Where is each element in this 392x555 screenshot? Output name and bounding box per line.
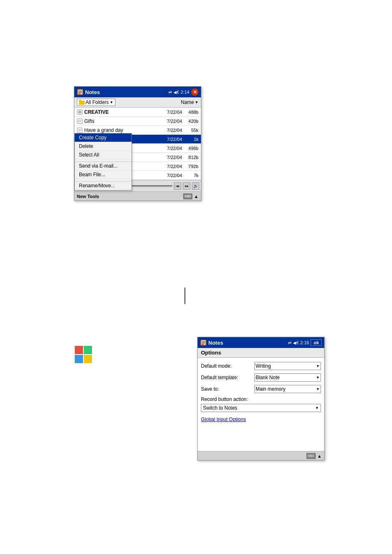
default-template-arrow-icon: ▼ [316, 375, 320, 380]
options-window-title: Notes [208, 340, 223, 346]
note-row-gifts[interactable]: Gifts 7/22/04 420b [74, 117, 201, 126]
folder-icon [79, 100, 85, 105]
global-input-options-link[interactable]: Global Input Options [201, 416, 321, 422]
note-date-note1: 7/22/04 [157, 137, 182, 142]
save-to-select[interactable]: Main memory ▼ [254, 385, 321, 393]
keyboard-toggle[interactable]: KBD [183, 193, 192, 199]
all-folders-button[interactable]: All Folders ▼ [77, 99, 115, 106]
folder-arrow-icon: ▼ [110, 100, 113, 104]
default-template-row: Default template: Blank Note ▼ [201, 373, 321, 382]
svg-rect-26 [75, 346, 83, 354]
name-sort-button[interactable]: Name ▼ [181, 99, 198, 105]
arrow-up-icon[interactable]: ▲ [194, 194, 198, 199]
options-bottom-bar: KBD ▲ [198, 451, 324, 460]
note-size-grandday: 55k [182, 128, 198, 133]
note-name-creative: CREATIVE [84, 109, 157, 115]
name-sort-arrow-icon: ▼ [195, 100, 198, 104]
record-action-section: Record button action: Switch to Notes ▼ [201, 396, 321, 412]
note-date-grandday: 7/22/04 [157, 128, 182, 133]
note-size-6: 812b [182, 155, 198, 160]
close-icon: ✕ [193, 90, 197, 95]
options-titlebar-right: ⇄ ◀€ 2:16 ok [288, 339, 322, 346]
options-signal-icon: ⇄ [288, 341, 291, 345]
note-name-gifts: Gifts [84, 118, 157, 124]
cursor-indicator [184, 288, 185, 304]
ctx-send-email[interactable]: Send via E-mail... [75, 162, 131, 170]
options-keyboard-label: KBD [308, 454, 314, 457]
ok-button[interactable]: ok [311, 339, 322, 346]
ctx-beam-file[interactable]: Beam File... [75, 170, 131, 179]
pda-app-icon-area [74, 345, 93, 365]
signal-icon: ⇄ [168, 90, 172, 94]
keyboard-icon-label: KBD [185, 195, 191, 198]
note-size-7: 792b [182, 164, 198, 169]
context-menu: Create Copy Delete Select All Send via E… [74, 133, 132, 191]
volume-button[interactable]: 🔊 [192, 182, 199, 190]
ctx-create-copy[interactable]: Create Copy [75, 134, 131, 142]
volume-icon: ◀€ [173, 90, 179, 94]
options-window: Notes ⇄ ◀€ 2:16 ok Options Default mode:… [197, 337, 325, 461]
ctx-select-all[interactable]: Select All [75, 151, 131, 159]
note-date-8: 7/22/04 [157, 173, 182, 178]
options-window-area: Notes ⇄ ◀€ 2:16 ok Options Default mode:… [197, 337, 325, 461]
options-time-display: 2:16 [300, 340, 309, 345]
default-mode-row: Default mode: Writing ▼ [201, 362, 321, 370]
record-action-select[interactable]: Switch to Notes ▼ [201, 404, 321, 412]
skip-fwd-button[interactable]: ⏭ [183, 182, 190, 190]
audio-note-icon [77, 109, 83, 115]
default-template-label: Default template: [201, 375, 254, 380]
note-size-8: 7k [182, 173, 198, 178]
options-body: Default mode: Writing ▼ Default template… [198, 358, 324, 451]
options-keyboard-toggle[interactable]: KBD [307, 453, 316, 459]
ctx-rename-move[interactable]: Rename/Move... [75, 182, 131, 190]
ok-label: ok [314, 340, 319, 345]
options-header: Options [198, 348, 324, 358]
options-titlebar-left: Notes [200, 339, 223, 346]
note-icon-gifts [77, 118, 83, 124]
notes-options-app-icon [200, 339, 207, 346]
notes-list-window: Notes ⇄ ◀€ 2:14 ✕ All Folders ▼ [74, 86, 201, 201]
svg-rect-29 [84, 355, 92, 363]
default-mode-arrow-icon: ▼ [316, 364, 320, 368]
default-mode-value: Writing [256, 363, 271, 369]
titlebar-right: ⇄ ◀€ 2:14 ✕ [168, 88, 198, 96]
note-icon-grandday [77, 127, 83, 133]
options-spacer [201, 422, 321, 447]
ctx-delete[interactable]: Delete [75, 142, 131, 151]
svg-point-9 [79, 112, 80, 113]
global-input-link-text: Global Input Options [201, 417, 246, 422]
default-mode-select[interactable]: Writing ▼ [254, 362, 321, 370]
note-date-7: 7/22/04 [157, 164, 182, 169]
pda-icon[interactable] [74, 345, 93, 364]
options-volume-icon: ◀€ [293, 341, 299, 345]
note-date-5: 7/22/04 [157, 146, 182, 151]
default-mode-label: Default mode: [201, 363, 254, 369]
svg-rect-6 [79, 100, 81, 101]
note-row-creative[interactable]: CREATIVE 7/22/04 488b [74, 108, 201, 117]
options-titlebar: Notes ⇄ ◀€ 2:16 ok [198, 337, 324, 348]
save-to-arrow-icon: ▼ [316, 387, 320, 391]
note-date-creative: 7/22/04 [157, 110, 182, 115]
save-to-value: Main memory [256, 386, 286, 392]
titlebar-left: Notes [77, 89, 100, 95]
note-size-creative: 488b [182, 110, 198, 115]
speaker-icon: 🔊 [193, 184, 198, 188]
skip-back-icon: ⏮ [176, 184, 180, 188]
notes-titlebar: Notes ⇄ ◀€ 2:14 ✕ [74, 87, 201, 97]
record-action-label: Record button action: [201, 396, 321, 402]
notes-app-icon [77, 89, 83, 95]
folder-toolbar: All Folders ▼ Name ▼ [74, 97, 201, 108]
bottom-bar-right: KBD ▲ [183, 193, 198, 199]
folder-label: All Folders [85, 99, 109, 105]
options-header-label: Options [201, 350, 221, 356]
close-button[interactable]: ✕ [191, 88, 198, 96]
note-date-gifts: 7/22/04 [157, 119, 182, 124]
new-tools-label[interactable]: New Tools [77, 194, 99, 199]
note-date-6: 7/22/04 [157, 155, 182, 160]
default-template-select[interactable]: Blank Note ▼ [254, 373, 321, 382]
options-arrow-up-icon[interactable]: ▲ [317, 454, 322, 458]
record-action-arrow-icon: ▼ [315, 406, 319, 410]
skip-back-button[interactable]: ⏮ [174, 182, 181, 190]
name-label: Name [181, 99, 194, 105]
note-size-5: 496b [182, 146, 198, 151]
